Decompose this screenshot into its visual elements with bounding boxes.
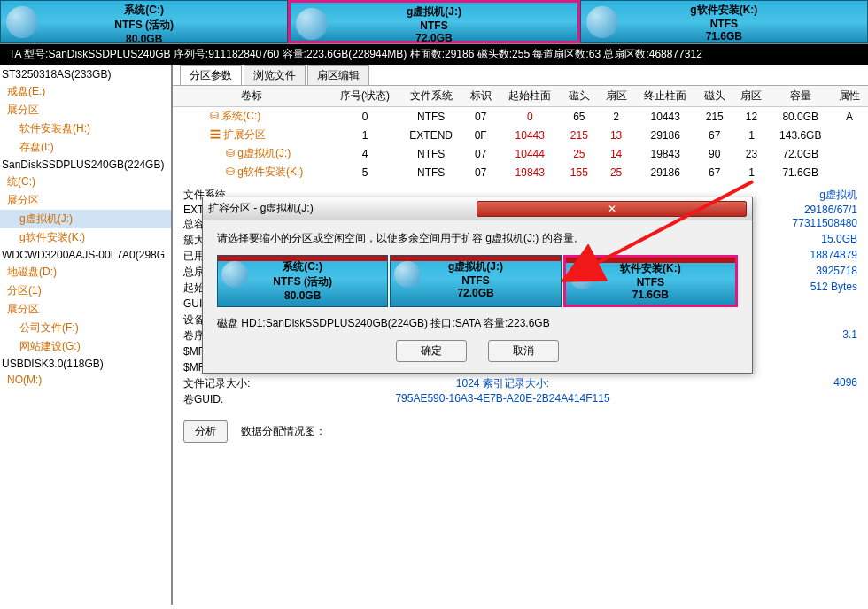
tree-item[interactable]: 网站建设(G:) [0, 337, 171, 356]
column-header[interactable]: 容量 [770, 86, 831, 107]
tree-item[interactable]: g软件安装(K:) [0, 228, 171, 247]
column-header[interactable]: 属性 [831, 86, 868, 107]
dialog-drive-option[interactable]: 系统(C:)NTFS (活动)80.0GB [217, 255, 388, 307]
partition-table-wrap: 卷标序号(状态)文件系统标识起始柱面磁头扇区终止柱面磁头扇区容量属性 ⛁ 系统(… [173, 86, 868, 181]
dialog-title-text: 扩容分区 - g虚拟机(J:) [208, 201, 477, 216]
table-row[interactable]: ☰ 扩展分区1EXTEND0F104432151329186671143.6GB [173, 126, 868, 144]
column-header[interactable]: 终止柱面 [634, 86, 696, 107]
tree-item[interactable]: NO(M:) [0, 372, 171, 388]
top-drive[interactable]: 系统(C:)NTFS (活动)80.0GB [0, 0, 288, 43]
table-row[interactable]: ⛁ 系统(C:)0NTFS070652104432151280.0GBA [173, 107, 868, 127]
tree-item[interactable]: 软件安装盘(H:) [0, 119, 171, 138]
dialog-titlebar[interactable]: 扩容分区 - g虚拟机(J:) ✕ [203, 197, 752, 220]
tree-item[interactable]: 存盘(I:) [0, 138, 171, 157]
analyze-button[interactable]: 分析 [183, 420, 228, 443]
disk-icon [221, 261, 248, 288]
tree-item[interactable]: USBDISK3.0(118GB) [0, 356, 171, 372]
tree-item[interactable]: SanDiskSSDPLUS240GB(224GB) [0, 157, 171, 173]
top-drive-bar: 系统(C:)NTFS (活动)80.0GBg虚拟机(J:)NTFS72.0GBg… [0, 0, 868, 44]
column-header[interactable]: 标识 [462, 86, 500, 107]
tree-item[interactable]: 展分区 [0, 300, 171, 319]
disk-icon [6, 6, 38, 38]
analyze-label: 数据分配情况图： [241, 425, 326, 437]
tree-item[interactable]: g虚拟机(J:) [0, 210, 171, 228]
tab[interactable]: 扇区编辑 [307, 65, 369, 85]
tree-item[interactable]: 地磁盘(D:) [0, 263, 171, 281]
tree-item[interactable]: 分区(1) [0, 281, 171, 300]
dialog-disk-info: 磁盘 HD1:SanDiskSSDPLUS240GB(224GB) 接口:SAT… [217, 316, 738, 331]
column-header[interactable]: 磁头 [561, 86, 598, 107]
router-icon: ⚙ [771, 565, 807, 600]
table-row[interactable]: ⛁ g虚拟机(J:)4NTFS0710444251419843902372.0G… [173, 144, 868, 163]
top-drive[interactable]: g虚拟机(J:)NTFS72.0GB [288, 0, 579, 43]
resize-dialog: 扩容分区 - g虚拟机(J:) ✕ 请选择要缩小的分区或空闲空间，以使多余空间用… [202, 197, 753, 374]
dialog-drive-option[interactable]: g虚拟机(J:)NTFS72.0GB [390, 255, 561, 307]
tree-item[interactable]: 展分区 [0, 191, 171, 210]
column-header[interactable]: 序号(状态) [330, 86, 400, 107]
column-header[interactable]: 扇区 [733, 86, 771, 107]
top-drive[interactable]: g软件安装(K:)NTFS71.6GB [580, 0, 868, 43]
watermark: ⚙ 路由器 luyouqi.com [771, 565, 859, 600]
tree-item[interactable]: 统(C:) [0, 173, 171, 191]
table-row[interactable]: ⛁ g软件安装(K:)5NTFS0719843155252918667171.6… [173, 163, 868, 181]
tab[interactable]: 浏览文件 [244, 65, 306, 85]
column-header[interactable]: 卷标 [173, 86, 330, 107]
tab[interactable]: 分区参数 [180, 65, 242, 85]
disk-icon [570, 263, 596, 289]
tree-item[interactable]: ST3250318AS(233GB) [0, 66, 171, 82]
tree-item[interactable]: 公司文件(F:) [0, 319, 171, 337]
dialog-drive-option[interactable]: 软件安装(K:)NTFS71.6GB [563, 255, 738, 307]
table-header-row: 卷标序号(状态)文件系统标识起始柱面磁头扇区终止柱面磁头扇区容量属性 [173, 86, 868, 107]
column-header[interactable]: 文件系统 [399, 86, 461, 107]
disk-info-bar: TA 型号:SanDiskSSDPLUS240GB 序列号:9111828407… [0, 44, 868, 65]
tree-item[interactable]: WDCWD3200AAJS-00L7A0(298G [0, 247, 171, 263]
dialog-drive-row: 系统(C:)NTFS (活动)80.0GBg虚拟机(J:)NTFS72.0GB软… [217, 255, 738, 307]
column-header[interactable]: 起始柱面 [500, 86, 562, 107]
ok-button[interactable]: 确定 [396, 340, 467, 362]
disk-tree: ST3250318AS(233GB)戒盘(E:)展分区软件安装盘(H:)存盘(I… [0, 65, 173, 605]
dialog-instruction: 请选择要缩小的分区或空闲空间，以使多余空间用于扩容 g虚拟机(J:) 的容量。 [217, 231, 738, 246]
table-body: ⛁ 系统(C:)0NTFS070652104432151280.0GBA☰ 扩展… [173, 107, 868, 182]
column-header[interactable]: 磁头 [696, 86, 733, 107]
tab-strip: 分区参数浏览文件扇区编辑 [173, 65, 868, 86]
column-header[interactable]: 扇区 [598, 86, 635, 107]
tree-item[interactable]: 戒盘(E:) [0, 82, 171, 101]
cancel-button[interactable]: 取消 [488, 340, 559, 362]
disk-icon [586, 6, 618, 38]
close-icon[interactable]: ✕ [477, 201, 747, 217]
tree-item[interactable]: 展分区 [0, 101, 171, 119]
